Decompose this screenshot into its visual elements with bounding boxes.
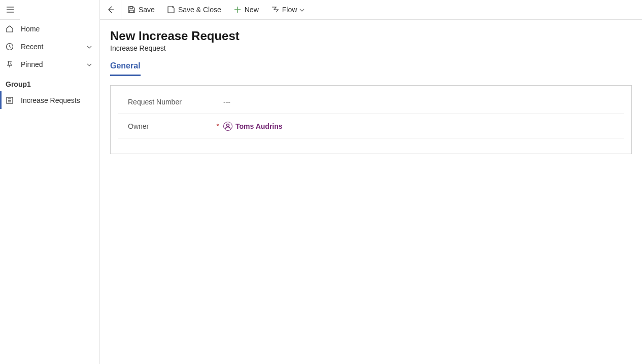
hamburger-menu-button[interactable] — [0, 0, 20, 20]
page-subtitle: Increase Request — [110, 44, 632, 52]
sidebar-item-label: Pinned — [21, 60, 43, 68]
sidebar-item-pinned[interactable]: Pinned — [0, 55, 99, 73]
save-button-label: Save — [139, 6, 155, 14]
new-button[interactable]: New — [227, 0, 265, 19]
tab-general[interactable]: General — [110, 61, 141, 76]
sidebar-item-label: Increase Requests — [21, 96, 80, 104]
save-close-icon — [167, 6, 175, 14]
flow-button-label: Flow — [282, 6, 297, 14]
sidebar-item-increase-requests[interactable]: Increase Requests — [0, 91, 99, 109]
arrow-left-icon — [107, 6, 115, 14]
svg-point-12 — [227, 124, 229, 126]
person-icon — [223, 122, 232, 131]
sidebar-item-label: Recent — [21, 43, 43, 51]
field-request-number[interactable]: Request Number --- — [118, 90, 624, 114]
sidebar-item-recent[interactable]: Recent — [0, 38, 99, 55]
chevron-down-icon — [299, 7, 305, 13]
clock-icon — [6, 43, 14, 51]
required-mark: * — [214, 122, 221, 130]
sidebar-group-header: Group1 — [0, 73, 99, 91]
sidebar-item-label: Home — [21, 25, 40, 33]
home-icon — [6, 25, 14, 33]
back-button[interactable] — [100, 0, 121, 19]
save-close-button[interactable]: Save & Close — [161, 0, 227, 19]
owner-lookup-value[interactable]: Toms Audrins — [221, 122, 283, 131]
sidebar-item-home[interactable]: Home — [0, 20, 99, 38]
save-close-button-label: Save & Close — [178, 6, 221, 14]
svg-rect-8 — [130, 7, 132, 9]
plus-icon — [233, 6, 242, 14]
page-title: New Increase Request — [110, 29, 632, 43]
request-number-value: --- — [221, 98, 230, 106]
pin-icon — [6, 60, 14, 68]
tab-list: General — [110, 61, 632, 76]
form-panel: Request Number --- Owner * — [110, 85, 632, 154]
chevron-down-icon — [86, 61, 92, 67]
command-bar: Save Save & Close New — [100, 0, 642, 20]
svg-rect-9 — [129, 10, 133, 13]
flow-icon — [271, 6, 279, 14]
flow-button[interactable]: Flow — [265, 0, 312, 19]
list-icon — [6, 96, 14, 104]
chevron-down-icon — [86, 44, 92, 50]
save-icon — [127, 6, 136, 14]
hamburger-icon — [6, 6, 14, 14]
new-button-label: New — [245, 6, 259, 14]
save-button[interactable]: Save — [121, 0, 161, 19]
owner-name: Toms Audrins — [235, 122, 283, 130]
request-number-label: Request Number — [128, 98, 182, 106]
field-owner[interactable]: Owner * Toms Audrins — [118, 114, 624, 138]
owner-label: Owner — [128, 122, 149, 130]
